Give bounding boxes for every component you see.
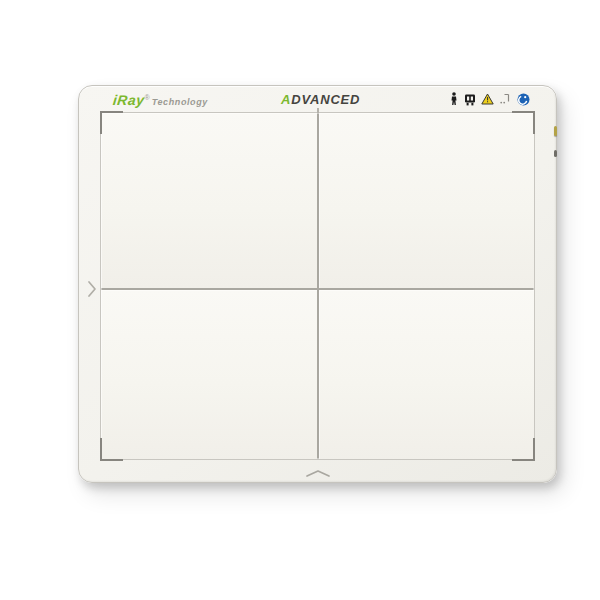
quadrant-top-right [319, 113, 534, 288]
side-button [554, 150, 557, 157]
corner-bracket-bottom-right [512, 438, 535, 461]
imaging-area [101, 113, 534, 459]
side-indicator-led [554, 126, 557, 136]
xray-detector-body: iRay®Technology ADVANCED [78, 85, 557, 483]
person-icon [449, 92, 459, 106]
brand-name: iRay [112, 91, 145, 109]
registered-mark: ® [145, 94, 150, 101]
brand-suffix: Technology [152, 97, 208, 107]
corner-bracket-top-right [512, 111, 535, 134]
center-tick [317, 108, 319, 113]
safety-icon-row [449, 92, 530, 106]
model-wordmark: ADVANCED [281, 92, 360, 107]
corner-bracket-bottom-left [100, 438, 123, 461]
brand-logo: iRay®Technology [113, 91, 208, 109]
handle-with-care-icon [464, 93, 476, 106]
xray-source-icon [499, 93, 512, 106]
bottom-chevron-icon [305, 464, 331, 482]
follow-instructions-icon [517, 93, 530, 106]
warning-triangle-icon [481, 93, 494, 105]
left-chevron-icon [87, 280, 97, 302]
quadrant-bottom-left [101, 290, 317, 459]
corner-bracket-top-left [100, 111, 123, 134]
quadrant-top-left [101, 113, 317, 288]
quadrant-bottom-right [319, 290, 534, 459]
